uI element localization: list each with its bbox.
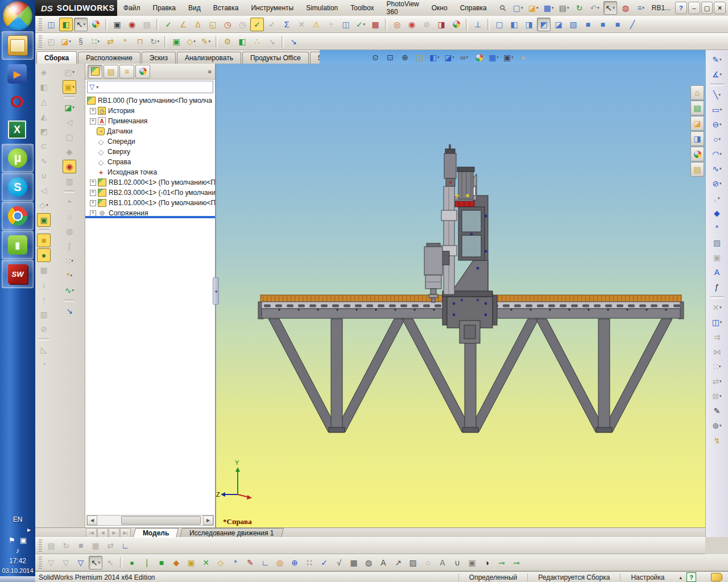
filter-faces-icon[interactable]: ■ — [155, 556, 168, 569]
filter-dimension-icon[interactable]: ∟ — [258, 556, 272, 569]
tree-item-annotations[interactable]: +AПримечания — [85, 116, 215, 126]
tab-nav-2[interactable]: ▶ — [109, 528, 119, 538]
spell-check-icon[interactable]: ✓ — [162, 18, 175, 31]
filter-arrow-icon[interactable]: ↗ — [391, 556, 405, 569]
expand-toggle[interactable]: + — [90, 210, 96, 217]
sparkle-icon[interactable]: *▾ — [63, 269, 76, 282]
copy-with-mates-icon[interactable]: ◰▾ — [63, 65, 76, 79]
search-icon[interactable]: ⚲ — [496, 1, 510, 15]
tab-nav-0[interactable]: |◀ — [86, 528, 97, 538]
verification-icon[interactable]: ✓▾ — [354, 18, 367, 31]
rectangle-icon[interactable]: ▭▾ — [710, 103, 724, 117]
mirror-components-icon[interactable]: ◺ — [37, 343, 51, 356]
spline-icon[interactable]: ∿▾ — [710, 162, 724, 176]
performance-icon[interactable]: ◷ — [221, 18, 234, 31]
toolbar-grip[interactable] — [39, 35, 42, 48]
edit-assembly-icon[interactable]: ▣▾ — [63, 80, 76, 94]
expand-toggle[interactable]: + — [90, 180, 96, 186]
line-format-icon[interactable]: ≡ — [74, 539, 88, 552]
interference-icon[interactable]: ✕ — [295, 18, 308, 31]
view-top-icon[interactable]: ◪ — [552, 18, 565, 31]
tree-item-sensors[interactable]: ◔Датчики — [85, 126, 215, 136]
tree-item-origin[interactable]: +Исходная точка — [85, 167, 215, 177]
view-left-icon[interactable]: ◨ — [522, 18, 536, 31]
convert-entities-icon[interactable]: ◫▾ — [710, 315, 724, 329]
tab-nav-1[interactable]: ◀ — [97, 528, 108, 538]
expand-toggle[interactable]: + — [90, 200, 96, 206]
tree-item-history[interactable]: +◷История — [85, 106, 215, 116]
edit-scene-icon[interactable]: ▦▾ — [487, 51, 500, 64]
triad-move-icon[interactable]: ⊥ — [471, 18, 485, 31]
cylinder-icon[interactable]: ▥ — [63, 174, 76, 188]
search-model-icon[interactable]: ◎ — [390, 18, 404, 31]
view-settings-icon[interactable]: ▣▾ — [502, 51, 515, 64]
polygon-icon[interactable]: ◆ — [710, 206, 724, 220]
appearances-scene-icon[interactable] — [690, 147, 704, 161]
appearances-icon[interactable] — [472, 51, 486, 64]
filter-sqrt-icon[interactable]: √ — [332, 556, 346, 569]
tab-расположение[interactable]: Расположение — [78, 52, 140, 64]
timer-icon[interactable]: ◷ — [235, 18, 249, 31]
boat-icon[interactable]: ⌂ — [63, 210, 76, 223]
dimxpert-tab[interactable] — [135, 65, 150, 78]
trim-entities-icon[interactable]: ✕▾ — [710, 301, 724, 314]
warning-check-icon[interactable]: ⚠ — [309, 18, 323, 31]
arc-icon[interactable]: ◠▾ — [710, 147, 724, 161]
filter-off-icon[interactable]: ▽ — [44, 556, 58, 569]
tree-item-component-rb1-02[interactable]: +RB1.02.000<1> (По умолчанию<П — [85, 177, 215, 188]
display-states-icon[interactable]: ◍ — [619, 1, 632, 15]
toolbar-grip[interactable] — [39, 18, 42, 31]
tree-item-component-rb2-03[interactable]: +RB2.03.000<1> (-01<По умолчани — [85, 188, 215, 198]
exploded-view-icon[interactable]: ∴ — [250, 35, 264, 48]
edit-part-icon[interactable]: ▣ — [37, 213, 51, 227]
taskbar-opera-icon[interactable] — [2, 88, 32, 115]
solid-part-icon[interactable]: ◆ — [63, 145, 76, 159]
lift-icon[interactable]: ◭ — [37, 110, 51, 123]
belt-arrow-icon[interactable]: ↘ — [63, 304, 76, 318]
filter-axes-icon[interactable]: ✕ — [199, 556, 213, 569]
move-entities-icon[interactable]: ⇄▾ — [710, 375, 724, 388]
filter-planes-icon[interactable]: ◇ — [214, 556, 228, 569]
text-icon[interactable]: A — [710, 265, 724, 279]
taskbar-chrome-icon[interactable] — [2, 202, 34, 230]
toolbar-grip[interactable] — [39, 539, 42, 552]
taskbar-explorer-icon[interactable] — [2, 31, 34, 60]
offset-entities-icon[interactable]: ⇉ — [710, 330, 724, 344]
menu-simulation[interactable]: Simulation — [300, 0, 344, 16]
equations-icon[interactable]: Σ — [280, 18, 293, 31]
featuremanager-tab[interactable] — [88, 65, 102, 78]
section-view-icon[interactable]: ◫ — [413, 51, 427, 64]
cone-icon[interactable]: △ — [37, 95, 51, 109]
scroll-left-button[interactable]: ◀ — [87, 516, 97, 525]
new-document-button[interactable]: ▢▾ — [511, 1, 525, 15]
tree-item-plane-right[interactable]: ◇Справа — [85, 157, 215, 167]
filter-surface-icon[interactable]: ◆ — [169, 556, 183, 569]
sketch-dropdown-icon[interactable]: ✎▾ — [199, 35, 213, 48]
move-box-icon[interactable]: ◱ — [206, 18, 220, 31]
view-bottom-icon[interactable]: ▧ — [566, 18, 580, 31]
belt-chain-icon[interactable]: ↘ — [287, 35, 300, 48]
fillet-icon[interactable]: ◟▾ — [710, 192, 724, 205]
insert-above-icon[interactable]: ↑ — [37, 293, 51, 306]
hatch-region-icon[interactable]: ▨ — [710, 236, 724, 250]
filter-hatch-icon[interactable]: ▨ — [406, 556, 420, 569]
box-part-icon[interactable]: ▢ — [63, 130, 76, 144]
envelope-icon[interactable]: ▥ — [37, 307, 51, 321]
smart-fasteners-icon[interactable]: * — [118, 35, 132, 48]
edit-component-icon[interactable]: ◧ — [59, 18, 73, 31]
slot-icon[interactable]: ⊖▾ — [710, 118, 724, 131]
taskbar-sw-icon[interactable] — [2, 260, 34, 288]
menu-вставка[interactable]: Вставка — [207, 0, 245, 16]
greenhouse-icon[interactable]: ◍ — [63, 225, 76, 238]
component-pattern-icon[interactable]: ∷▾ — [89, 35, 102, 48]
expand-toggle[interactable]: + — [90, 118, 96, 124]
expand-toggle[interactable]: + — [90, 108, 96, 114]
weld-icon[interactable]: ∪ — [37, 169, 51, 182]
toolbar-grip[interactable] — [39, 556, 42, 569]
display-style-icon[interactable]: ◪▾ — [442, 51, 456, 64]
section-properties-icon[interactable]: ÷ — [324, 18, 338, 31]
menu-вид[interactable]: Вид — [182, 0, 207, 16]
filter-table-icon[interactable]: ▦ — [347, 556, 361, 569]
view-front-icon[interactable]: ▢ — [493, 18, 506, 31]
filter-connector2-icon[interactable]: ⊸ — [510, 556, 523, 569]
